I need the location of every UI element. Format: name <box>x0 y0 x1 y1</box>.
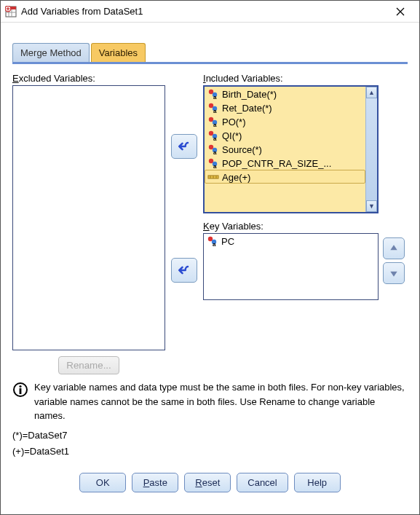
svg-point-34 <box>19 385 21 388</box>
list-item[interactable]: aBirth_Date(*) <box>205 87 365 101</box>
nominal-icon: a <box>207 235 218 247</box>
legend: (*)=DataSet7 (+)=DataSet1 <box>12 428 408 460</box>
scale-icon <box>207 171 219 183</box>
help-button[interactable]: Help <box>294 473 341 492</box>
nominal-icon: a <box>207 116 219 127</box>
list-item-label: POP_CNTR_RA_SIZE_... <box>222 158 331 169</box>
list-item-label: Birth_Date(*) <box>222 89 277 100</box>
svg-rect-35 <box>20 388 22 394</box>
list-item-label: Age(+) <box>222 172 250 183</box>
dialog-buttons: OK Paste Reset Cancel Help <box>12 473 408 492</box>
tab-merge-method[interactable]: Merge Method <box>12 43 90 62</box>
key-label: Key Variables: <box>203 221 264 232</box>
list-item[interactable]: aQI(*) <box>205 128 365 142</box>
svg-text:a: a <box>213 241 216 247</box>
list-item-label: Source(*) <box>222 144 262 155</box>
svg-text:a: a <box>213 122 217 127</box>
included-label: Included Variables: <box>203 73 283 84</box>
list-item[interactable]: aPC <box>204 234 378 248</box>
ok-button[interactable]: OK <box>79 473 126 492</box>
close-button[interactable] <box>386 1 415 22</box>
scroll-up-button[interactable]: ▲ <box>366 87 377 98</box>
reset-button[interactable]: Reset <box>184 473 231 492</box>
list-item[interactable]: aPOP_CNTR_RA_SIZE_... <box>205 156 365 170</box>
list-item[interactable]: aRet_Date(*) <box>205 101 365 114</box>
app-icon <box>5 6 17 17</box>
list-item-label: QI(*) <box>222 130 242 141</box>
move-key-button[interactable] <box>171 258 197 283</box>
nominal-icon: a <box>207 144 219 155</box>
list-item[interactable]: aPO(*) <box>205 114 365 128</box>
rename-button: Rename... <box>58 356 119 374</box>
scrollbar[interactable]: ▲ ▼ <box>365 87 377 212</box>
nominal-icon: a <box>207 88 219 100</box>
svg-text:a: a <box>213 135 217 141</box>
list-item-label: PC <box>221 236 234 247</box>
info-icon <box>12 382 28 398</box>
info-text: Key variable names and data type must be… <box>12 380 408 423</box>
excluded-label: Excluded Variables: <box>12 73 95 84</box>
move-up-button[interactable] <box>383 237 405 259</box>
list-item-label: Ret_Date(*) <box>222 103 272 114</box>
key-listbox[interactable]: aPC <box>203 233 379 300</box>
list-item-label: PO(*) <box>222 117 246 127</box>
cancel-button[interactable]: Cancel <box>237 473 288 492</box>
svg-text:a: a <box>213 149 217 155</box>
tab-bar: Merge Method Variables <box>12 43 408 64</box>
nominal-icon: a <box>207 157 219 169</box>
scroll-down-button[interactable]: ▼ <box>366 200 377 212</box>
legend-line: (*)=DataSet7 <box>12 428 408 444</box>
included-listbox[interactable]: aBirth_Date(*)aRet_Date(*)aPO(*)aQI(*)aS… <box>203 85 379 213</box>
move-included-button[interactable] <box>171 134 197 159</box>
paste-button[interactable]: Paste <box>132 473 178 492</box>
tab-variables[interactable]: Variables <box>91 43 146 62</box>
svg-text:a: a <box>213 94 217 100</box>
svg-text:a: a <box>213 108 217 114</box>
nominal-icon: a <box>207 130 219 141</box>
list-item[interactable]: Age(+) <box>205 170 365 184</box>
legend-line: (+)=DataSet1 <box>12 444 408 460</box>
excluded-listbox[interactable] <box>12 85 165 350</box>
svg-text:a: a <box>213 163 217 169</box>
move-down-button[interactable] <box>383 262 405 284</box>
window-title: Add Variables from DataSet1 <box>21 6 386 17</box>
nominal-icon: a <box>207 102 219 114</box>
list-item[interactable]: aSource(*) <box>205 142 365 156</box>
titlebar: Add Variables from DataSet1 <box>1 1 419 23</box>
